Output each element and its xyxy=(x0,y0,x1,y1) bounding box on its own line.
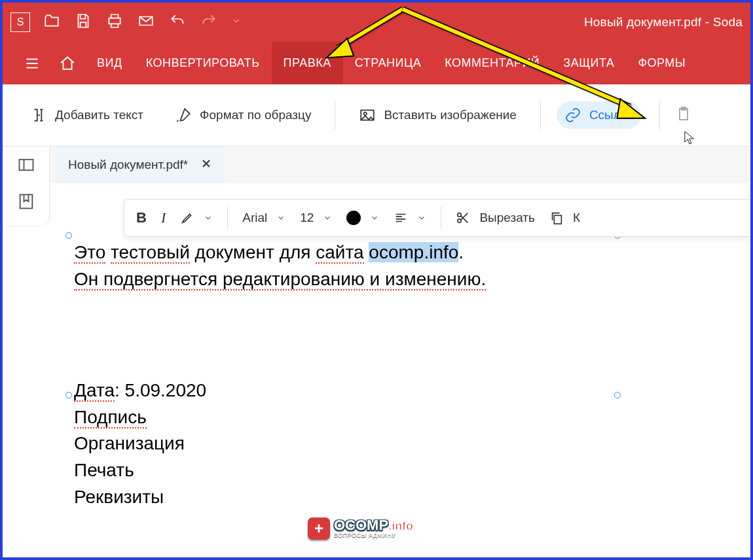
svg-point-1 xyxy=(364,113,367,115)
edit-toolbar: Добавить текст Формат по образцу Вставит… xyxy=(3,84,750,147)
scissors-icon xyxy=(456,211,470,225)
cut-button[interactable]: Вырезать xyxy=(456,211,535,225)
text-word: Подпись xyxy=(74,407,147,429)
title-bar: S Новый документ.pdf - Soda xyxy=(3,3,750,42)
link-button[interactable]: Ссылка xyxy=(557,101,641,129)
text-word: . xyxy=(458,242,464,262)
image-icon xyxy=(359,107,376,124)
text-word: тестовый xyxy=(111,242,190,264)
chevron-down-icon xyxy=(370,213,379,222)
mouse-cursor-icon xyxy=(684,130,695,149)
format-painter-label: Формат по образцу xyxy=(200,108,311,122)
document-tab-label: Новый документ.pdf* xyxy=(68,158,188,172)
menu-protect[interactable]: ЗАЩИТА xyxy=(551,42,626,84)
text-word: документ для xyxy=(195,242,311,262)
text-edit-box[interactable]: Это тестовый документ для сайта ocomp.in… xyxy=(68,235,618,549)
brush-icon xyxy=(175,107,192,124)
menu-bar: ВИД КОНВЕРТИРОВАТЬ ПРАВКА СТРАНИЦА КОММЕ… xyxy=(3,42,750,84)
undo-icon[interactable] xyxy=(169,12,186,32)
quickaccess-more-icon[interactable] xyxy=(232,16,241,28)
highlight-button[interactable] xyxy=(180,211,213,225)
resize-handle[interactable] xyxy=(65,232,72,239)
svg-rect-8 xyxy=(554,215,561,224)
app-logo[interactable]: S xyxy=(10,12,30,32)
menu-comment[interactable]: КОММЕНТАРИЙ xyxy=(433,42,551,84)
insert-image-label: Вставить изображение xyxy=(384,108,516,122)
font-family-select[interactable]: Arial xyxy=(242,211,285,225)
side-panel xyxy=(3,147,50,225)
menu-view[interactable]: ВИД xyxy=(85,42,134,84)
chevron-down-icon xyxy=(323,213,332,222)
format-painter-button[interactable]: Формат по образцу xyxy=(167,101,319,129)
add-text-label: Добавить текст xyxy=(55,108,143,122)
bold-button[interactable]: B xyxy=(136,209,147,226)
panels-icon[interactable] xyxy=(17,156,35,177)
document-page[interactable]: Это тестовый документ для сайта ocomp.in… xyxy=(58,189,748,555)
svg-rect-4 xyxy=(19,160,33,170)
bookmark-icon[interactable] xyxy=(17,192,35,213)
resize-handle[interactable] xyxy=(614,392,621,398)
hamburger-icon[interactable] xyxy=(14,42,50,84)
close-tab-icon[interactable] xyxy=(200,157,213,173)
text-word: 5.09.2020 xyxy=(125,380,207,400)
text-word: Это xyxy=(74,242,105,264)
font-size-select[interactable]: 12 xyxy=(300,211,332,225)
text-word: Организация xyxy=(74,433,185,453)
mail-icon[interactable] xyxy=(138,12,155,32)
cut-label: Вырезать xyxy=(479,211,535,225)
redo-icon[interactable] xyxy=(200,12,217,32)
document-tab[interactable]: Новый документ.pdf* xyxy=(56,147,225,183)
resize-handle[interactable] xyxy=(65,392,72,398)
copy-label: К xyxy=(573,211,580,225)
text-line: Он подвергнется редактированию и изменен… xyxy=(74,269,486,290)
menu-convert[interactable]: КОНВЕРТИРОВАТЬ xyxy=(134,42,272,84)
clipboard-icon[interactable] xyxy=(676,106,691,125)
insert-image-button[interactable]: Вставить изображение xyxy=(351,101,524,129)
format-popup-bar: B I Arial 12 Вырезать К xyxy=(124,199,752,237)
copy-icon xyxy=(549,211,564,225)
svg-rect-5 xyxy=(20,195,32,209)
home-icon[interactable] xyxy=(50,42,85,84)
selected-text[interactable]: ocomp.info xyxy=(369,242,458,262)
toolbar-divider xyxy=(335,101,335,130)
menu-edit[interactable]: ПРАВКА xyxy=(272,42,343,84)
text-word: Реквизиты xyxy=(74,487,164,507)
link-icon xyxy=(564,107,581,124)
chevron-down-icon xyxy=(276,213,285,222)
toolbar-divider xyxy=(659,101,660,130)
link-label: Ссылка xyxy=(589,108,633,122)
open-icon[interactable] xyxy=(43,12,60,32)
text-word: Печать xyxy=(74,460,134,480)
text-word: Дата xyxy=(74,380,115,402)
format-divider xyxy=(227,207,228,229)
text-cursor-icon xyxy=(30,107,47,124)
menu-page[interactable]: СТРАНИЦА xyxy=(343,42,433,84)
font-size-value: 12 xyxy=(300,211,314,225)
text-word: сайта xyxy=(316,242,363,264)
align-left-icon xyxy=(394,211,408,225)
menu-forms[interactable]: ФОРМЫ xyxy=(626,42,697,84)
text-content[interactable]: Это тестовый документ для сайта ocomp.in… xyxy=(69,236,617,514)
toolbar-divider xyxy=(540,101,541,130)
font-color-select[interactable] xyxy=(346,211,379,225)
chevron-down-icon xyxy=(204,213,213,222)
save-icon[interactable] xyxy=(75,12,92,32)
marker-icon xyxy=(180,211,194,225)
add-text-button[interactable]: Добавить текст xyxy=(22,101,151,129)
copy-button[interactable]: К xyxy=(549,211,580,225)
chevron-down-icon xyxy=(417,213,426,222)
window-title: Новый документ.pdf - Soda xyxy=(584,15,743,29)
format-divider xyxy=(441,207,441,229)
document-tabs: Новый документ.pdf* xyxy=(50,147,750,183)
font-family-value: Arial xyxy=(242,211,267,225)
italic-button[interactable]: I xyxy=(161,209,166,226)
print-icon[interactable] xyxy=(106,12,123,32)
align-select[interactable] xyxy=(394,211,426,225)
color-swatch xyxy=(346,211,361,225)
